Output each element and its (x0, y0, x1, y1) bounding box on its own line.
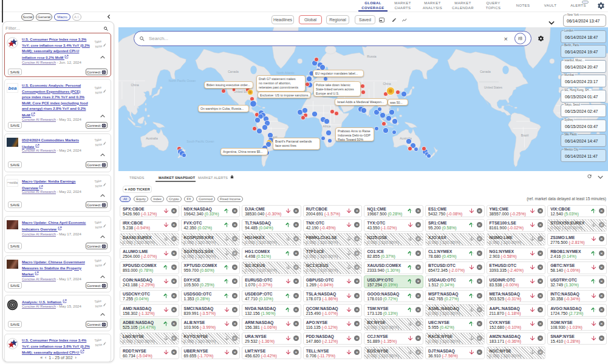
svg-text:Russia: Russia (367, 55, 377, 58)
svg-text:Canada: Canada (480, 70, 491, 73)
svg-text:Africa: Africa (323, 124, 331, 128)
svg-text:Brazil: Brazil (521, 133, 529, 137)
svg-text:China: China (383, 82, 391, 86)
svg-text:North Atlantic: North Atlantic (276, 71, 295, 75)
svg-text:Canada: Canada (228, 70, 239, 73)
svg-text:United States: United States (484, 86, 503, 89)
svg-text:Australia: Australia (146, 136, 158, 140)
svg-text:South Pacific Ocean: South Pacific Ocean (186, 140, 214, 143)
svg-text:China: China (131, 83, 138, 87)
svg-text:North Pacific Ocean: North Pacific Ocean (169, 79, 196, 83)
